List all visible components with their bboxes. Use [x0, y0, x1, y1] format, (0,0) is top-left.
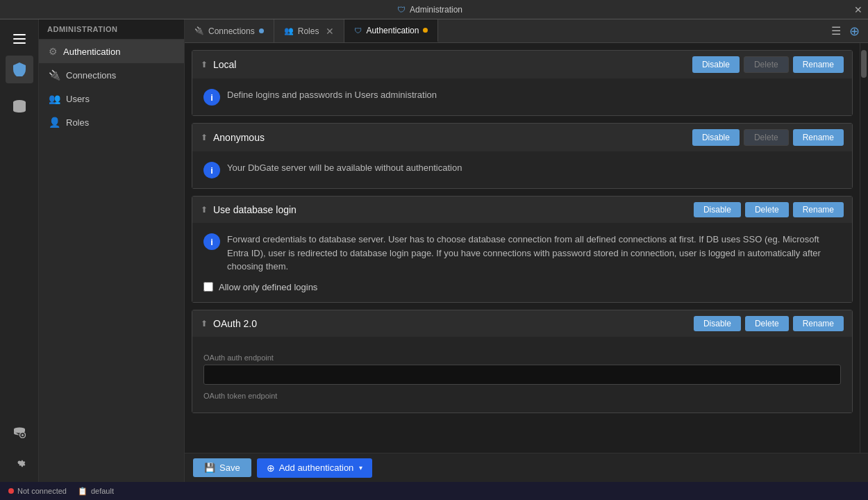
oauth-auth-endpoint-input[interactable] [203, 365, 841, 385]
oauth-btn-group: Disable Delete Rename [694, 316, 844, 331]
anonymous-rename-btn[interactable]: Rename [793, 129, 844, 146]
auth-section-local: ⬆ Local Disable Delete Rename i Define l… [192, 50, 853, 116]
svg-rect-0 [13, 34, 26, 35]
dblogin-disable-btn[interactable]: Disable [694, 202, 741, 217]
allow-defined-logins-checkbox[interactable] [203, 282, 213, 292]
local-disable-btn[interactable]: Disable [692, 56, 740, 73]
sidebar-icon-database[interactable] [6, 92, 33, 119]
window-close-icon[interactable]: ✕ [854, 4, 862, 15]
status-not-connected: Not connected [8, 487, 67, 495]
icon-sidebar [0, 19, 39, 482]
local-delete-btn[interactable]: Delete [744, 56, 789, 73]
sidebar-item-authentication[interactable]: ⚙ Authentication [39, 40, 184, 63]
authentication-tab-dot [423, 28, 428, 33]
auth-section-local-header: ⬆ Local Disable Delete Rename [192, 51, 852, 78]
sidebar-icon-shield[interactable] [6, 56, 33, 83]
oauth-rename-btn[interactable]: Rename [793, 316, 844, 331]
roles-icon: 👤 [49, 117, 60, 128]
sidebar-icon-db-gear[interactable] [6, 418, 33, 446]
auth-section-anonymous-header: ⬆ Anonymous Disable Delete Rename [192, 124, 852, 151]
tab-roles-close[interactable]: ✕ [326, 26, 334, 37]
svg-point-6 [22, 434, 24, 436]
bottom-bar: 💾 Save ⊕ Add authentication ▾ [185, 453, 868, 482]
sidebar-icon-settings[interactable] [6, 449, 33, 476]
local-info-text: Define logins and passwords in Users adm… [227, 88, 437, 102]
anonymous-delete-btn[interactable]: Delete [744, 129, 789, 146]
window-title: Administration [410, 5, 462, 15]
svg-rect-2 [13, 42, 26, 44]
tab-bar-icons: ☰ ⊕ [828, 22, 868, 40]
content-main: ⬆ Local Disable Delete Rename i Define l… [185, 43, 860, 453]
dblogin-expand-icon[interactable]: ⬆ [201, 205, 208, 215]
tab-roles[interactable]: 👥 Roles ✕ [274, 19, 345, 42]
dblogin-delete-btn[interactable]: Delete [745, 202, 789, 217]
sidebar-item-connections[interactable]: 🔌 Connections [39, 63, 184, 87]
tab-authentication-label: Authentication [366, 26, 419, 35]
dblogin-info-row: i Forward credentials to database server… [203, 233, 841, 274]
dblogin-info-icon: i [203, 233, 220, 250]
sidebar-item-label-users: Users [66, 94, 90, 104]
status-default: 📋 default [78, 487, 114, 496]
local-rename-btn[interactable]: Rename [793, 56, 844, 73]
tab-roles-label: Roles [298, 26, 319, 36]
local-expand-icon[interactable]: ⬆ [201, 60, 208, 69]
content-area: 🔌 Connections 👥 Roles ✕ 🛡 Authentication… [185, 19, 868, 482]
sidebar-icon-menu[interactable] [6, 25, 33, 53]
sidebar-item-roles[interactable]: 👤 Roles [39, 110, 184, 134]
users-icon: 👥 [49, 93, 60, 104]
save-icon: 💾 [204, 462, 215, 473]
sidebar-item-label-roles: Roles [66, 117, 89, 128]
oauth-auth-endpoint-label: OAuth auth endpoint [203, 353, 841, 362]
anonymous-btn-group: Disable Delete Rename [692, 129, 844, 146]
add-authentication-button[interactable]: ⊕ Add authentication ▾ [257, 458, 373, 478]
authentication-icon: ⚙ [49, 46, 58, 57]
anonymous-info-text: Your DbGate server will be available wit… [227, 161, 462, 175]
scrollbar-thumb[interactable] [861, 50, 867, 78]
sidebar-item-label-authentication: Authentication [63, 47, 120, 57]
not-connected-dot [8, 488, 14, 494]
auth-section-anonymous: ⬆ Anonymous Disable Delete Rename i Your… [192, 123, 853, 189]
connections-tab-icon: 🔌 [194, 26, 204, 35]
oauth-token-endpoint-group: OAuth token endpoint [203, 392, 841, 400]
oauth-disable-btn[interactable]: Disable [694, 316, 741, 331]
oauth-auth-endpoint-group: OAuth auth endpoint [203, 353, 841, 385]
allow-defined-logins-label[interactable]: Allow only defined logins [219, 282, 317, 292]
tab-add-icon[interactable]: ⊕ [846, 22, 862, 40]
sidebar-item-label-connections: Connections [66, 70, 116, 81]
dblogin-btn-group: Disable Delete Rename [694, 202, 844, 217]
oauth-token-endpoint-label: OAuth token endpoint [203, 392, 841, 400]
anonymous-section-title: Anonymous [213, 132, 687, 143]
dblogin-info-text: Forward credentials to database server. … [227, 233, 841, 274]
anonymous-info-row: i Your DbGate server will be available w… [203, 161, 841, 178]
anonymous-disable-btn[interactable]: Disable [692, 129, 740, 146]
scrollbar-track[interactable] [860, 43, 868, 453]
anonymous-info-icon: i [203, 162, 220, 178]
tab-connections[interactable]: 🔌 Connections [185, 19, 274, 42]
add-auth-chevron-icon: ▾ [359, 464, 362, 472]
local-btn-group: Disable Delete Rename [692, 56, 844, 73]
oauth-expand-icon[interactable]: ⬆ [201, 319, 208, 328]
dblogin-rename-btn[interactable]: Rename [793, 202, 844, 217]
auth-section-dblogin: ⬆ Use database login Disable Delete Rena… [192, 196, 853, 303]
auth-section-anonymous-body: i Your DbGate server will be available w… [192, 151, 852, 188]
save-button[interactable]: 💾 Save [193, 458, 251, 477]
oauth-delete-btn[interactable]: Delete [745, 316, 789, 331]
anonymous-expand-icon[interactable]: ⬆ [201, 133, 208, 142]
authentication-tab-icon: 🛡 [354, 26, 362, 35]
nav-panel-header: ADMINISTRATION [39, 19, 184, 40]
tab-connections-label: Connections [208, 26, 255, 36]
auth-section-oauth-header: ⬆ OAuth 2.0 Disable Delete Rename [192, 310, 852, 337]
tab-bar: 🔌 Connections 👥 Roles ✕ 🛡 Authentication… [185, 19, 868, 43]
dblogin-section-title: Use database login [213, 204, 688, 215]
shield-tab-icon: 🛡 [397, 5, 406, 15]
sidebar-item-users[interactable]: 👥 Users [39, 87, 184, 110]
default-label: default [91, 487, 114, 495]
local-section-title: Local [213, 59, 687, 70]
tab-list-icon[interactable]: ☰ [828, 23, 844, 39]
auth-section-local-body: i Define logins and passwords in Users a… [192, 78, 852, 115]
status-bar: Not connected 📋 default [0, 482, 868, 500]
add-auth-plus-icon: ⊕ [267, 462, 275, 474]
tab-authentication[interactable]: 🛡 Authentication [344, 19, 438, 42]
local-info-row: i Define logins and passwords in Users a… [203, 88, 841, 106]
dblogin-checkbox-row: Allow only defined logins [203, 282, 841, 292]
